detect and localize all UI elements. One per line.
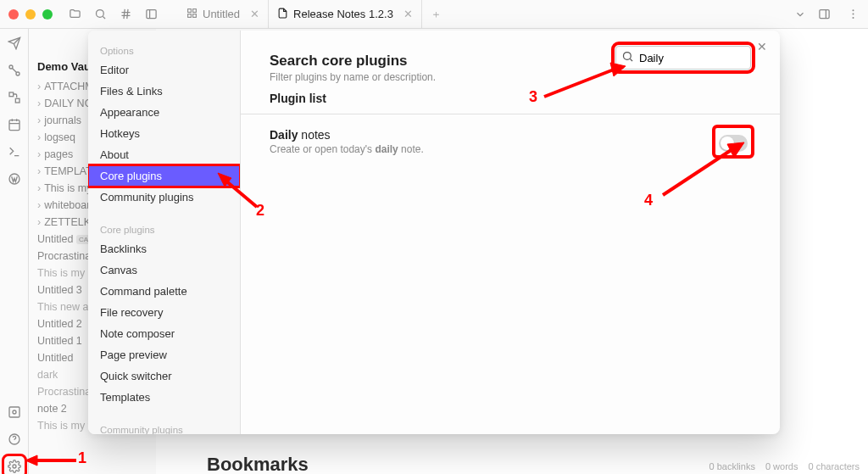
char-count: 0 characters (808, 461, 860, 471)
nav-item-backlinks[interactable]: Backlinks (88, 238, 240, 259)
svg-rect-2 (188, 8, 192, 12)
search-icon (621, 50, 634, 65)
close-icon[interactable]: ✕ (250, 8, 259, 20)
settings-body: ✕ Search core plugins Filter plugins by … (241, 31, 780, 434)
nav-item-community-plugins[interactable]: Community plugins (88, 187, 240, 208)
nav-item-about[interactable]: About (88, 144, 240, 165)
quick-switcher-icon[interactable] (7, 36, 22, 51)
plugin-search-input[interactable] (634, 52, 780, 64)
svg-point-10 (9, 65, 13, 69)
close-icon[interactable]: ✕ (403, 8, 413, 20)
nav-item-quick-switcher[interactable]: Quick switcher (88, 365, 240, 387)
daily-note-icon[interactable] (7, 117, 22, 132)
sidebar-left-icon[interactable] (144, 8, 158, 21)
svg-rect-12 (9, 92, 14, 97)
chevron-down-icon[interactable] (793, 8, 807, 21)
plugin-search[interactable]: ✕ (615, 46, 751, 70)
plugin-toggle[interactable] (719, 135, 748, 152)
nav-heading-community: Community plugins (88, 420, 240, 434)
nav-item-appearance[interactable]: Appearance (88, 102, 240, 123)
sidebar-right-icon[interactable] (817, 8, 831, 21)
titlebar: Untitled ✕ Release Notes 1.2.3 ✕ ＋ (0, 0, 868, 29)
maximize-window[interactable] (42, 9, 53, 20)
svg-rect-14 (9, 120, 19, 131)
svg-point-7 (852, 9, 854, 11)
svg-rect-1 (146, 10, 155, 19)
svg-point-0 (96, 10, 103, 18)
divider (241, 114, 780, 114)
nav-item-canvas[interactable]: Canvas (88, 259, 240, 281)
plugin-name: Daily notes (270, 128, 715, 142)
nav-item-core-plugins[interactable]: Core plugins (88, 165, 240, 187)
window-controls (8, 9, 53, 20)
new-tab-button[interactable]: ＋ (422, 7, 450, 22)
svg-point-19 (13, 465, 16, 468)
settings-nav: Options EditorFiles & LinksAppearanceHot… (88, 31, 241, 434)
svg-rect-5 (188, 14, 192, 17)
nav-item-page-preview[interactable]: Page preview (88, 344, 240, 365)
svg-rect-3 (193, 8, 197, 12)
svg-point-20 (624, 53, 632, 60)
svg-point-9 (852, 17, 854, 19)
backlinks-count[interactable]: 0 backlinks (709, 461, 755, 471)
graph-icon[interactable] (7, 63, 22, 78)
tabs: Untitled ✕ Release Notes 1.2.3 ✕ ＋ (178, 0, 793, 29)
nav-item-file-recovery[interactable]: File recovery (88, 302, 240, 323)
nav-heading-core: Core plugins (88, 220, 240, 238)
svg-rect-13 (15, 98, 19, 103)
svg-point-11 (16, 72, 19, 75)
svg-point-17 (13, 410, 16, 414)
help-icon[interactable] (7, 432, 22, 447)
plugin-list-heading: Plugin list (270, 92, 751, 105)
settings-modal: ✕ Options EditorFiles & LinksAppearanceH… (88, 31, 780, 434)
svg-rect-4 (193, 14, 197, 17)
titlebar-right (793, 8, 860, 21)
section-desc: Filter plugins by name or description. (270, 71, 751, 83)
grid-icon (186, 8, 198, 21)
svg-point-8 (852, 14, 854, 15)
plugin-desc: Create or open today's daily note. (270, 143, 715, 155)
settings-icon[interactable] (7, 459, 22, 474)
nav-item-command-palette[interactable]: Command palette (88, 281, 240, 302)
left-rail (0, 29, 29, 474)
tab-label: Release Notes 1.2.3 (293, 8, 393, 20)
wordpress-icon[interactable] (7, 171, 22, 187)
nav-item-templates[interactable]: Templates (88, 387, 240, 408)
nav-item-note-composer[interactable]: Note composer (88, 323, 240, 344)
nav-item-hotkeys[interactable]: Hotkeys (88, 123, 240, 144)
plugin-toggle-highlight (715, 128, 751, 155)
nav-item-files-links[interactable]: Files & Links (88, 81, 240, 102)
close-window[interactable] (8, 9, 19, 20)
search-icon[interactable] (93, 8, 107, 21)
nav-heading-options: Options (88, 41, 240, 59)
status-bar: 0 backlinks 0 words 0 characters (701, 459, 868, 474)
minimize-window[interactable] (25, 9, 36, 20)
svg-rect-16 (9, 407, 19, 417)
folder-icon[interactable] (68, 8, 81, 21)
toolbar-icons (68, 8, 158, 21)
canvas-icon[interactable] (7, 90, 22, 105)
tab-untitled[interactable]: Untitled ✕ (178, 0, 269, 29)
svg-rect-6 (819, 10, 828, 19)
tab-release-notes[interactable]: Release Notes 1.2.3 ✕ (269, 0, 422, 29)
hash-icon[interactable] (119, 8, 132, 21)
app-window: Untitled ✕ Release Notes 1.2.3 ✕ ＋ (0, 0, 868, 474)
command-icon[interactable] (7, 144, 22, 159)
file-icon (277, 8, 288, 21)
plugin-row-daily-notes: Daily notes Create or open today's daily… (270, 123, 751, 160)
more-icon[interactable] (846, 8, 860, 21)
word-count: 0 words (765, 461, 798, 471)
tab-label: Untitled (203, 8, 240, 20)
vault-icon[interactable] (7, 404, 22, 420)
nav-item-editor[interactable]: Editor (88, 59, 240, 81)
